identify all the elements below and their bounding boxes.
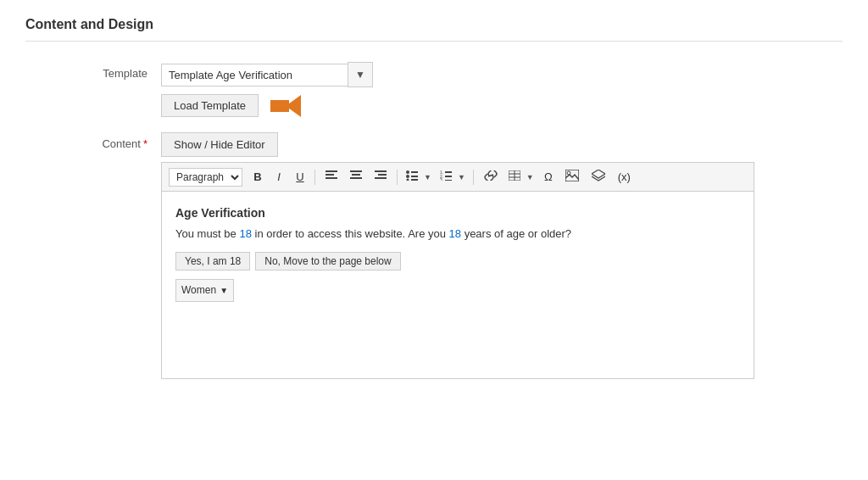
- omega-button[interactable]: Ω: [539, 168, 558, 186]
- editor-body-text: You must be 18 in order to access this w…: [175, 226, 740, 243]
- svg-rect-20: [445, 180, 452, 181]
- template-form-content: Template Age Verification Default Blank …: [161, 62, 843, 117]
- women-dropdown[interactable]: Women ▼: [175, 279, 234, 302]
- svg-marker-28: [592, 170, 605, 178]
- page-container: Content and Design Template Template Age…: [0, 0, 868, 411]
- underline-button[interactable]: U: [291, 168, 309, 186]
- svg-rect-3: [350, 170, 362, 172]
- layers-button[interactable]: [587, 167, 610, 187]
- template-select-row: Template Age Verification Default Blank …: [161, 62, 843, 87]
- numbered-combo: 1.2.3. ▼: [437, 168, 468, 186]
- show-hide-editor-button[interactable]: Show / Hide Editor: [161, 132, 278, 157]
- separator-2: [397, 170, 398, 185]
- template-select[interactable]: Template Age Verification Default Blank: [161, 64, 348, 87]
- align-left-button[interactable]: [320, 168, 342, 186]
- editor-dropdown-row: Women ▼: [175, 279, 740, 302]
- italic-button[interactable]: I: [270, 168, 288, 186]
- table-combo: ▼: [505, 168, 537, 186]
- image-button[interactable]: [560, 167, 584, 187]
- svg-rect-0: [326, 170, 337, 172]
- separator-3: [473, 170, 474, 185]
- page-title: Content and Design: [25, 17, 843, 42]
- svg-point-13: [407, 179, 409, 181]
- bullets-button[interactable]: [403, 168, 421, 186]
- bullets-dropdown-btn[interactable]: ▼: [421, 170, 434, 184]
- svg-rect-12: [411, 176, 418, 177]
- svg-rect-7: [378, 174, 387, 176]
- chevron-down-icon: ▼: [355, 69, 365, 81]
- paragraph-select[interactable]: Paragraph: [169, 168, 242, 187]
- link-button[interactable]: [479, 168, 503, 186]
- no-button[interactable]: No, Move to the page below: [255, 252, 400, 271]
- table-dropdown-btn[interactable]: ▼: [524, 170, 537, 184]
- required-marker: *: [143, 137, 147, 150]
- bullets-combo: ▼: [403, 168, 434, 186]
- women-dropdown-label: Women: [181, 282, 216, 299]
- svg-rect-8: [375, 177, 387, 179]
- numbered-dropdown-btn[interactable]: ▼: [455, 170, 468, 184]
- template-label: Template: [25, 62, 161, 80]
- svg-rect-1: [326, 174, 334, 176]
- align-right-button[interactable]: [370, 168, 392, 186]
- editor-body[interactable]: Age Verification You must be 18 in order…: [162, 192, 754, 378]
- align-center-button[interactable]: [345, 168, 367, 186]
- load-template-button[interactable]: Load Template: [161, 94, 259, 117]
- code-button[interactable]: (x): [613, 168, 636, 186]
- svg-rect-6: [375, 170, 387, 172]
- svg-text:3.: 3.: [440, 177, 443, 181]
- load-template-row: Load Template: [161, 94, 843, 117]
- template-row: Template Template Age Verification Defau…: [25, 62, 843, 117]
- template-dropdown-arrow-btn[interactable]: ▼: [348, 62, 373, 87]
- svg-point-9: [406, 170, 409, 174]
- svg-point-11: [406, 175, 409, 178]
- women-dropdown-arrow: ▼: [220, 284, 228, 298]
- age-link-2[interactable]: 18: [449, 227, 461, 240]
- svg-rect-10: [411, 171, 418, 173]
- age-link-1[interactable]: 18: [239, 227, 251, 240]
- svg-rect-5: [350, 177, 362, 179]
- svg-rect-18: [445, 176, 452, 177]
- svg-rect-2: [326, 177, 337, 179]
- table-button[interactable]: [505, 168, 524, 186]
- bold-button[interactable]: B: [248, 168, 267, 186]
- content-label: Content*: [25, 132, 161, 150]
- yes-button[interactable]: Yes, I am 18: [175, 252, 250, 271]
- arrow-icon: [270, 95, 301, 117]
- svg-rect-16: [445, 171, 452, 173]
- content-row: Content* Show / Hide Editor Paragraph B …: [25, 132, 843, 379]
- svg-rect-14: [411, 179, 418, 181]
- editor-container: Paragraph B I U: [161, 162, 754, 379]
- editor-toolbar: Paragraph B I U: [162, 163, 754, 192]
- separator-1: [314, 170, 315, 185]
- editor-inline-buttons: Yes, I am 18 No, Move to the page below: [175, 252, 740, 271]
- content-form-content: Show / Hide Editor Paragraph B I U: [161, 132, 843, 379]
- numbered-button[interactable]: 1.2.3.: [437, 168, 455, 186]
- editor-title: Age Verification: [175, 204, 740, 222]
- svg-rect-4: [352, 174, 360, 176]
